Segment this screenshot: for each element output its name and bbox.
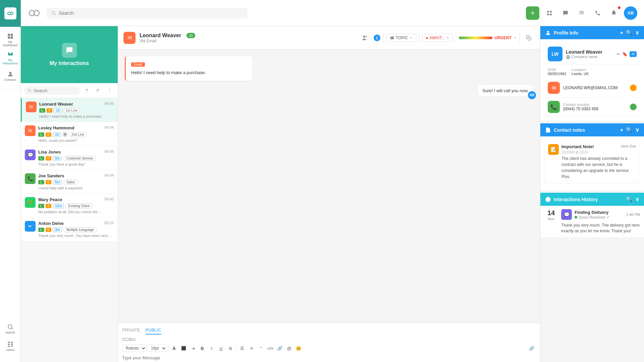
svg-rect-5 (10, 36, 13, 39)
header-divider-2 (419, 33, 419, 43)
phone-button[interactable] (592, 7, 604, 19)
sidebar-item-interactions[interactable]: MyInteractions (2, 50, 19, 66)
tab-private[interactable]: PRIVATE (122, 326, 140, 335)
interaction-item[interactable]: 📞 Joe Sanders 09:44 L 0 5m (21, 170, 118, 194)
emoji-button[interactable]: 😊 (294, 344, 303, 353)
sidebar-item-dashboard[interactable]: My Dashboard (2, 32, 19, 48)
top-search-icon (51, 10, 56, 16)
channel-icon-email: ✉ (26, 102, 37, 112)
badge-0: 0 (46, 132, 52, 137)
ordered-list-button[interactable]: ☰ (238, 344, 247, 353)
status-button[interactable]: ● AWAIT... (422, 34, 453, 42)
badge-0: 0 (46, 228, 52, 232)
profile-section-content: LW Leonard Weaver 🏢 Company name ✏ 🔖 ✉ (540, 39, 644, 121)
interaction-search-icon (28, 88, 32, 93)
topic-label: TOPIC (396, 36, 408, 40)
italic-button[interactable]: I (207, 344, 216, 353)
history-collapse-button[interactable]: ∨ (635, 196, 639, 202)
unordered-list-button[interactable]: ≡ (247, 344, 256, 353)
badge-time: 1h (54, 108, 62, 113)
participants-button[interactable] (359, 32, 371, 44)
interaction-badges: L 0 3m Multiple Language (38, 227, 114, 232)
check-icon: ✓ (606, 215, 610, 220)
svg-point-7 (8, 324, 12, 328)
bookmark-icon[interactable]: 🔖 (622, 52, 628, 57)
chat-channel-icon: ✉ (123, 32, 136, 44)
interaction-item[interactable]: 💬 Lisa Jones 09:44 L 0 5m (21, 146, 118, 170)
sidebar-label-admin: Admin (6, 349, 15, 352)
phone-lines-button[interactable] (576, 7, 588, 19)
email-bubble: Email Hello! I need help to make a purch… (125, 56, 252, 81)
history-text: Thank you very much. The delivery got he… (561, 223, 640, 234)
grid-view-button[interactable] (543, 7, 555, 19)
mention-button[interactable]: @ (285, 344, 293, 353)
notes-collapse-button[interactable]: ∨ (635, 127, 639, 133)
chat-button[interactable] (559, 7, 572, 19)
notes-section-content: 📝 Important Note! Jane Doe 11/10/20 @ 23… (540, 136, 644, 190)
strikethrough-button[interactable]: S (226, 344, 235, 353)
svg-point-0 (8, 12, 10, 15)
notes-search-button[interactable]: 🔍 (626, 127, 633, 133)
sidebar-item-contacts[interactable]: Contacts (2, 68, 19, 84)
reply-avatar: AB (528, 91, 536, 99)
add-button[interactable]: + (526, 6, 539, 20)
message-input[interactable] (122, 355, 536, 362)
sidebar-label-interactions: MyInteractions (2, 59, 18, 65)
sort-button[interactable] (94, 86, 103, 95)
interaction-time: 09:44 (104, 149, 114, 154)
profile-search-button[interactable]: 🔍 (626, 29, 633, 36)
right-panel: Profile Info + 🔍 ∨ LW Leonard Weaver (540, 26, 644, 362)
svg-point-26 (28, 89, 31, 92)
top-search-input[interactable] (59, 10, 243, 16)
bold-button[interactable]: B (198, 344, 207, 353)
location-label: Location: (572, 68, 589, 72)
attachment-button[interactable]: 🔗 (527, 344, 536, 353)
text-color-button[interactable]: A (170, 344, 178, 353)
user-avatar[interactable]: AB (624, 6, 637, 20)
code-button[interactable]: </> (266, 344, 275, 353)
font-family-select[interactable]: Roboto (122, 345, 147, 352)
link-button[interactable]: 🔗 (275, 344, 284, 353)
interaction-item[interactable]: ✏ Anton Delve 09:25 L 0 3m (21, 218, 118, 241)
interaction-time: 09:44 (104, 125, 114, 129)
underline-button[interactable]: U (217, 344, 225, 353)
history-search-button[interactable]: 🔍 (626, 196, 633, 202)
notification-button[interactable] (608, 7, 620, 19)
cc-row: CC/Bcc (122, 337, 536, 342)
filter-button[interactable] (82, 86, 92, 95)
interaction-search-input[interactable] (34, 88, 77, 93)
indent-button[interactable]: ⇥ (189, 344, 197, 353)
company-icon: 🏢 (566, 55, 571, 59)
highlight-button[interactable]: ⬛ (179, 344, 188, 353)
edit-icon[interactable]: ✏ (616, 52, 620, 57)
sidebar-item-admin[interactable]: Admin (2, 338, 19, 355)
status-resolved: Query Resolved ✓ (575, 215, 610, 220)
email-status-dot (630, 84, 637, 91)
chat-header-actions: 1 TOPIC ● AWAIT... (359, 32, 535, 44)
status-dot: ● (426, 36, 428, 40)
blockquote-button[interactable]: " (257, 344, 265, 353)
sidebar-item-search[interactable]: Search (2, 320, 19, 337)
interaction-item[interactable]: ✉ Lesley Hammond 09:44 L 0 1h (21, 122, 118, 146)
interaction-item[interactable]: ✉ Leonard Weaver 09:45 L 0 1h (21, 98, 118, 122)
badge-l: L (38, 228, 44, 232)
notes-add-button[interactable]: + (620, 127, 623, 133)
topic-button[interactable]: TOPIC (386, 34, 416, 42)
tab-public[interactable]: PUBLIC (146, 326, 161, 335)
profile-collapse-button[interactable]: ∨ (635, 29, 639, 36)
interaction-time: 09:44 (104, 173, 114, 177)
badge-time: 3m (53, 227, 62, 232)
more-options-button[interactable] (105, 86, 114, 95)
profile-add-button[interactable]: + (620, 30, 623, 36)
app-logo[interactable] (0, 0, 21, 27)
svg-line-27 (31, 91, 31, 92)
channel-icon-phone: 📞 (25, 173, 36, 184)
font-size-select[interactable]: 16pt (147, 345, 167, 352)
interactions-header-icon (62, 43, 77, 58)
dob-value: 08/05/1982 (548, 72, 566, 76)
copy-button[interactable] (523, 32, 535, 44)
interaction-item[interactable]: 💚 Mary Peace 09:40 L 0 10m (21, 194, 118, 218)
email-message: Hello! I need help to make a purchase. (131, 69, 247, 76)
note-header: Important Note! Jane Doe (561, 144, 636, 149)
location-value: Leeds, UK (572, 72, 589, 76)
